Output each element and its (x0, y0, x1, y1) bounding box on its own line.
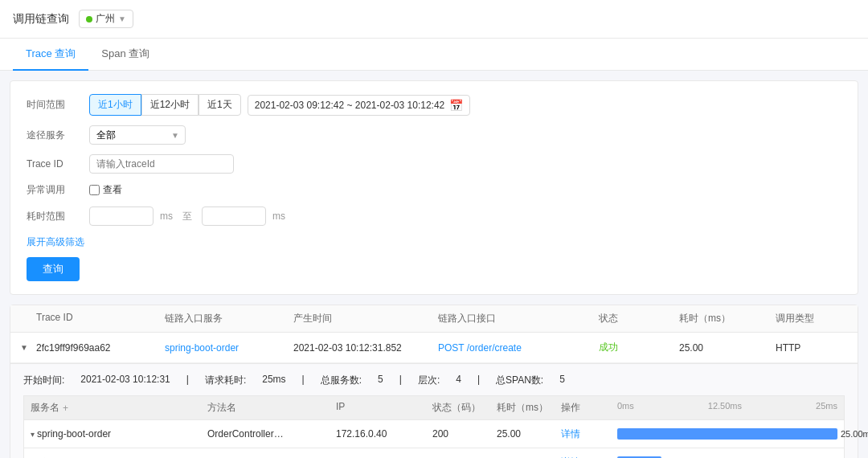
trace-detail-panel: 开始时间: 2021-02-03 10:12:31 | 请求耗时: 25ms |… (10, 363, 858, 458)
th-entry-service: 链路入口服务 (165, 312, 293, 325)
expand-chevron-icon[interactable]: ▼ (20, 343, 36, 352)
entry-service-link[interactable]: spring-boot-order (165, 342, 293, 354)
span-table-header: 服务名 + 方法名 IP 状态（码） 耗时（ms） 操作 0ms 12.50ms… (23, 395, 845, 420)
date-range-text: 2021-02-03 09:12:42 ~ 2021-02-03 10:12:4… (255, 100, 445, 111)
tl-label-12ms: 12.50ms (708, 401, 742, 411)
table-header: Trace ID 链路入口服务 产生时间 链路入口接口 状态 耗时（ms） 调用… (10, 305, 858, 333)
table-row[interactable]: ▼ 2fc19ff9f969aa62 spring-boot-order 202… (10, 333, 858, 363)
date-range-picker[interactable]: 2021-02-03 09:12:42 ~ 2021-02-03 10:12:4… (248, 95, 471, 116)
span-rows-container: ▾spring-boot-orderOrderController…172.16… (23, 420, 845, 458)
calendar-icon: 📅 (449, 99, 463, 112)
meta-total-services-label: 总服务数: (321, 374, 362, 387)
meta-total-services: 5 (378, 374, 383, 387)
abnormal-checkbox-label[interactable]: 查看 (89, 183, 122, 197)
detail-meta: 开始时间: 2021-02-03 10:12:31 | 请求耗时: 25ms |… (23, 374, 845, 387)
span-ip: 172.16.0.40 (336, 428, 432, 440)
path-service-label: 途径服务 (27, 129, 83, 142)
top-bar: 调用链查询 广州 ▼ (0, 0, 868, 39)
abnormal-row: 异常调用 查看 (27, 183, 841, 197)
span-th-ip: IP (336, 401, 432, 415)
meta-request-time: 25ms (262, 374, 285, 387)
path-service-row: 途径服务 全部 ▼ (27, 125, 841, 145)
trace-id-row: Trace ID (27, 154, 841, 174)
meta-total-spans: 5 (559, 374, 565, 387)
th-time: 产生时间 (293, 312, 438, 325)
abnormal-label: 异常调用 (27, 183, 83, 197)
entry-interface-link[interactable]: POST /order/create (438, 342, 599, 354)
th-entry-interface: 链路入口接口 (438, 312, 599, 325)
trace-id-label: Trace ID (27, 158, 83, 170)
span-status-code: 200 (432, 428, 497, 440)
duration-row: 耗时范围 ms 至 ms (27, 207, 841, 226)
span-method: OrderController… (207, 428, 336, 440)
span-th-method: 方法名 (207, 401, 336, 415)
region-selector[interactable]: 广州 ▼ (79, 10, 133, 28)
abnormal-checkbox[interactable] (89, 185, 100, 195)
tab-trace[interactable]: Trace 查询 (13, 39, 88, 71)
span-service-name: spring-boot-order (37, 428, 111, 440)
span-timeline-cell: 25.00ms (617, 426, 837, 442)
time-range-row: 时间范围 近1小时 近12小时 近1天 2021-02-03 09:12:42 … (27, 94, 841, 116)
plus-icon[interactable]: + (63, 403, 68, 414)
row-duration: 25.00 (679, 342, 776, 354)
timeline-bar (617, 428, 837, 440)
span-row: ▾spring-boot-orderOrderController…172.16… (23, 420, 845, 448)
duration-unit-right: ms (272, 211, 285, 222)
duration-max-input[interactable] (202, 207, 266, 226)
row-expand-icon[interactable]: ▾ (31, 430, 35, 439)
btn-12hour[interactable]: 近12小时 (141, 94, 199, 116)
meta-start-time: 2021-02-03 10:12:31 (80, 374, 170, 387)
meta-request-time-label: 请求耗时: (205, 374, 246, 387)
span-th-timeline: 0ms 12.50ms 25ms (617, 401, 837, 415)
span-table: 服务名 + 方法名 IP 状态（码） 耗时（ms） 操作 0ms 12.50ms… (23, 395, 845, 458)
path-service-select[interactable]: 全部 (89, 125, 186, 145)
advanced-filter-link[interactable]: 展开高级筛选 (27, 236, 84, 247)
span-th-op: 操作 (561, 401, 617, 415)
region-label: 广州 (96, 12, 115, 26)
row-time: 2021-02-03 10:12:31.852 (293, 342, 438, 354)
time-range-label: 时间范围 (27, 98, 83, 112)
meta-layers-label: 层次: (418, 374, 440, 387)
tl-label-25ms: 25ms (816, 401, 837, 411)
tab-span[interactable]: Span 查询 (88, 39, 162, 71)
duration-min-input[interactable] (89, 207, 154, 226)
row-call-type: HTTP (776, 342, 856, 354)
btn-1day[interactable]: 近1天 (199, 94, 241, 116)
span-th-duration: 耗时（ms） (497, 401, 561, 415)
duration-separator: 至 (182, 210, 192, 223)
results-table: Trace ID 链路入口服务 产生时间 链路入口接口 状态 耗时（ms） 调用… (10, 305, 858, 458)
abnormal-checkbox-text: 查看 (103, 183, 122, 197)
meta-layers: 4 (456, 374, 461, 387)
span-th-service: 服务名 (31, 401, 59, 415)
tabs-bar: Trace 查询 Span 查询 (0, 39, 868, 71)
btn-1hour[interactable]: 近1小时 (89, 94, 141, 116)
th-status: 状态 (599, 312, 679, 325)
span-duration: 25.00 (497, 428, 561, 440)
th-call-type: 调用类型 (776, 312, 856, 325)
tl-label-0ms: 0ms (617, 401, 634, 411)
row-status: 成功 (599, 341, 679, 354)
chevron-down-icon: ▼ (118, 14, 126, 23)
span-row: ├▴spring-boot-accountAccountControll…172… (23, 448, 845, 458)
meta-start-time-label: 开始时间: (23, 374, 64, 387)
query-button[interactable]: 查询 (27, 257, 80, 281)
span-detail-link[interactable]: 详情 (561, 428, 580, 440)
duration-unit-left: ms (160, 211, 173, 222)
region-status-icon (86, 16, 92, 22)
span-th-status: 状态（码） (432, 401, 497, 415)
trace-id-value: 2fc19ff9f969aa62 (36, 342, 165, 354)
trace-id-input[interactable] (89, 154, 234, 174)
time-button-group: 近1小时 近12小时 近1天 (89, 94, 241, 116)
th-duration: 耗时（ms） (679, 312, 776, 325)
span-timeline-cell: 5.00ms (617, 454, 837, 458)
th-trace-id: Trace ID (36, 312, 165, 325)
path-service-select-wrapper: 全部 ▼ (89, 125, 186, 145)
timeline-bar-label: 25.00ms (841, 429, 868, 439)
meta-total-spans-label: 总SPAN数: (496, 374, 543, 387)
filter-panel: 时间范围 近1小时 近12小时 近1天 2021-02-03 09:12:42 … (10, 80, 858, 295)
duration-label: 耗时范围 (27, 210, 83, 223)
page-title: 调用链查询 (13, 12, 69, 27)
